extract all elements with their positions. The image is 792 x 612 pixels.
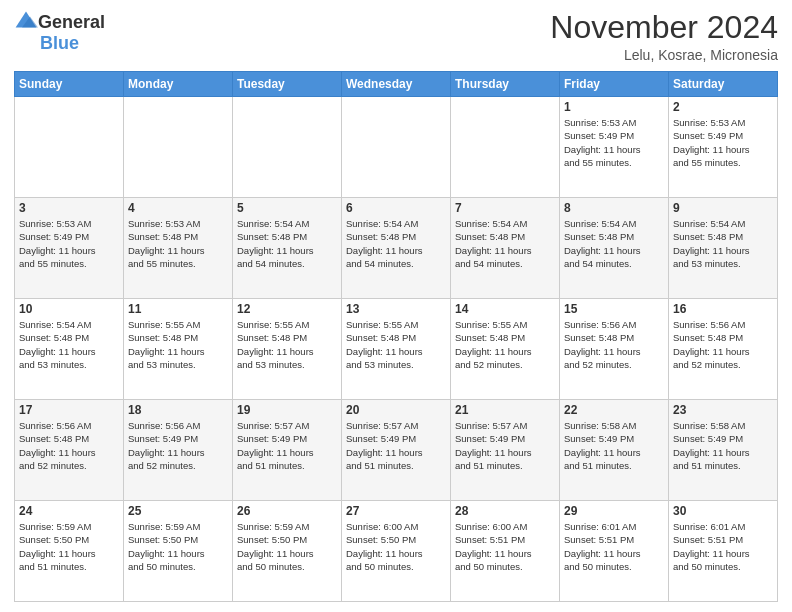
col-tuesday: Tuesday — [233, 72, 342, 97]
calendar-cell: 21Sunrise: 5:57 AM Sunset: 5:49 PM Dayli… — [451, 400, 560, 501]
calendar-cell: 14Sunrise: 5:55 AM Sunset: 5:48 PM Dayli… — [451, 299, 560, 400]
day-number: 10 — [19, 302, 119, 316]
calendar-cell: 10Sunrise: 5:54 AM Sunset: 5:48 PM Dayli… — [15, 299, 124, 400]
calendar-cell: 16Sunrise: 5:56 AM Sunset: 5:48 PM Dayli… — [669, 299, 778, 400]
day-number: 16 — [673, 302, 773, 316]
day-number: 5 — [237, 201, 337, 215]
day-info: Sunrise: 5:55 AM Sunset: 5:48 PM Dayligh… — [237, 318, 337, 371]
calendar-cell: 30Sunrise: 6:01 AM Sunset: 5:51 PM Dayli… — [669, 501, 778, 602]
day-info: Sunrise: 5:59 AM Sunset: 5:50 PM Dayligh… — [128, 520, 228, 573]
col-sunday: Sunday — [15, 72, 124, 97]
day-info: Sunrise: 6:00 AM Sunset: 5:51 PM Dayligh… — [455, 520, 555, 573]
week-row-5: 24Sunrise: 5:59 AM Sunset: 5:50 PM Dayli… — [15, 501, 778, 602]
title-block: November 2024 Lelu, Kosrae, Micronesia — [550, 10, 778, 63]
day-info: Sunrise: 5:55 AM Sunset: 5:48 PM Dayligh… — [346, 318, 446, 371]
day-number: 9 — [673, 201, 773, 215]
calendar-cell — [233, 97, 342, 198]
day-info: Sunrise: 5:55 AM Sunset: 5:48 PM Dayligh… — [455, 318, 555, 371]
day-number: 29 — [564, 504, 664, 518]
day-info: Sunrise: 5:57 AM Sunset: 5:49 PM Dayligh… — [237, 419, 337, 472]
calendar-cell: 6Sunrise: 5:54 AM Sunset: 5:48 PM Daylig… — [342, 198, 451, 299]
day-info: Sunrise: 5:57 AM Sunset: 5:49 PM Dayligh… — [346, 419, 446, 472]
calendar-cell: 26Sunrise: 5:59 AM Sunset: 5:50 PM Dayli… — [233, 501, 342, 602]
col-monday: Monday — [124, 72, 233, 97]
day-info: Sunrise: 5:54 AM Sunset: 5:48 PM Dayligh… — [346, 217, 446, 270]
day-info: Sunrise: 5:56 AM Sunset: 5:49 PM Dayligh… — [128, 419, 228, 472]
day-number: 20 — [346, 403, 446, 417]
day-number: 2 — [673, 100, 773, 114]
day-number: 4 — [128, 201, 228, 215]
logo-blue: Blue — [40, 34, 105, 52]
day-number: 14 — [455, 302, 555, 316]
calendar-cell: 22Sunrise: 5:58 AM Sunset: 5:49 PM Dayli… — [560, 400, 669, 501]
day-info: Sunrise: 5:56 AM Sunset: 5:48 PM Dayligh… — [19, 419, 119, 472]
calendar-cell: 19Sunrise: 5:57 AM Sunset: 5:49 PM Dayli… — [233, 400, 342, 501]
col-thursday: Thursday — [451, 72, 560, 97]
week-row-3: 10Sunrise: 5:54 AM Sunset: 5:48 PM Dayli… — [15, 299, 778, 400]
day-info: Sunrise: 5:57 AM Sunset: 5:49 PM Dayligh… — [455, 419, 555, 472]
calendar-cell: 24Sunrise: 5:59 AM Sunset: 5:50 PM Dayli… — [15, 501, 124, 602]
day-number: 28 — [455, 504, 555, 518]
col-saturday: Saturday — [669, 72, 778, 97]
day-info: Sunrise: 6:01 AM Sunset: 5:51 PM Dayligh… — [564, 520, 664, 573]
day-number: 18 — [128, 403, 228, 417]
col-friday: Friday — [560, 72, 669, 97]
calendar-cell — [342, 97, 451, 198]
day-info: Sunrise: 5:58 AM Sunset: 5:49 PM Dayligh… — [564, 419, 664, 472]
calendar-cell: 25Sunrise: 5:59 AM Sunset: 5:50 PM Dayli… — [124, 501, 233, 602]
day-info: Sunrise: 5:59 AM Sunset: 5:50 PM Dayligh… — [237, 520, 337, 573]
day-number: 12 — [237, 302, 337, 316]
day-info: Sunrise: 5:53 AM Sunset: 5:48 PM Dayligh… — [128, 217, 228, 270]
calendar-cell: 28Sunrise: 6:00 AM Sunset: 5:51 PM Dayli… — [451, 501, 560, 602]
day-info: Sunrise: 6:00 AM Sunset: 5:50 PM Dayligh… — [346, 520, 446, 573]
calendar-cell: 11Sunrise: 5:55 AM Sunset: 5:48 PM Dayli… — [124, 299, 233, 400]
calendar-cell: 5Sunrise: 5:54 AM Sunset: 5:48 PM Daylig… — [233, 198, 342, 299]
week-row-4: 17Sunrise: 5:56 AM Sunset: 5:48 PM Dayli… — [15, 400, 778, 501]
day-number: 19 — [237, 403, 337, 417]
calendar-table: Sunday Monday Tuesday Wednesday Thursday… — [14, 71, 778, 602]
day-number: 13 — [346, 302, 446, 316]
logo-general: General — [38, 13, 105, 31]
day-info: Sunrise: 5:59 AM Sunset: 5:50 PM Dayligh… — [19, 520, 119, 573]
day-number: 11 — [128, 302, 228, 316]
day-number: 21 — [455, 403, 555, 417]
page: General Blue November 2024 Lelu, Kosrae,… — [0, 0, 792, 612]
calendar-cell: 4Sunrise: 5:53 AM Sunset: 5:48 PM Daylig… — [124, 198, 233, 299]
day-info: Sunrise: 5:54 AM Sunset: 5:48 PM Dayligh… — [237, 217, 337, 270]
month-title: November 2024 — [550, 10, 778, 45]
week-row-2: 3Sunrise: 5:53 AM Sunset: 5:49 PM Daylig… — [15, 198, 778, 299]
day-info: Sunrise: 5:56 AM Sunset: 5:48 PM Dayligh… — [564, 318, 664, 371]
day-number: 27 — [346, 504, 446, 518]
day-number: 22 — [564, 403, 664, 417]
logo: General Blue — [14, 10, 105, 52]
day-info: Sunrise: 5:54 AM Sunset: 5:48 PM Dayligh… — [673, 217, 773, 270]
header: General Blue November 2024 Lelu, Kosrae,… — [14, 10, 778, 63]
calendar-cell: 3Sunrise: 5:53 AM Sunset: 5:49 PM Daylig… — [15, 198, 124, 299]
location-title: Lelu, Kosrae, Micronesia — [550, 47, 778, 63]
calendar-cell — [124, 97, 233, 198]
calendar-cell: 12Sunrise: 5:55 AM Sunset: 5:48 PM Dayli… — [233, 299, 342, 400]
calendar-cell: 17Sunrise: 5:56 AM Sunset: 5:48 PM Dayli… — [15, 400, 124, 501]
day-number: 25 — [128, 504, 228, 518]
day-info: Sunrise: 5:54 AM Sunset: 5:48 PM Dayligh… — [455, 217, 555, 270]
day-info: Sunrise: 5:54 AM Sunset: 5:48 PM Dayligh… — [564, 217, 664, 270]
day-info: Sunrise: 5:55 AM Sunset: 5:48 PM Dayligh… — [128, 318, 228, 371]
day-info: Sunrise: 5:58 AM Sunset: 5:49 PM Dayligh… — [673, 419, 773, 472]
week-row-1: 1Sunrise: 5:53 AM Sunset: 5:49 PM Daylig… — [15, 97, 778, 198]
day-info: Sunrise: 5:56 AM Sunset: 5:48 PM Dayligh… — [673, 318, 773, 371]
day-info: Sunrise: 5:53 AM Sunset: 5:49 PM Dayligh… — [673, 116, 773, 169]
day-info: Sunrise: 5:54 AM Sunset: 5:48 PM Dayligh… — [19, 318, 119, 371]
day-info: Sunrise: 5:53 AM Sunset: 5:49 PM Dayligh… — [19, 217, 119, 270]
day-number: 3 — [19, 201, 119, 215]
day-number: 1 — [564, 100, 664, 114]
calendar-cell: 9Sunrise: 5:54 AM Sunset: 5:48 PM Daylig… — [669, 198, 778, 299]
day-number: 8 — [564, 201, 664, 215]
day-number: 23 — [673, 403, 773, 417]
calendar-cell: 29Sunrise: 6:01 AM Sunset: 5:51 PM Dayli… — [560, 501, 669, 602]
calendar-cell: 13Sunrise: 5:55 AM Sunset: 5:48 PM Dayli… — [342, 299, 451, 400]
calendar-cell: 20Sunrise: 5:57 AM Sunset: 5:49 PM Dayli… — [342, 400, 451, 501]
logo-icon — [14, 10, 38, 34]
calendar-cell: 8Sunrise: 5:54 AM Sunset: 5:48 PM Daylig… — [560, 198, 669, 299]
calendar-header-row: Sunday Monday Tuesday Wednesday Thursday… — [15, 72, 778, 97]
day-number: 6 — [346, 201, 446, 215]
